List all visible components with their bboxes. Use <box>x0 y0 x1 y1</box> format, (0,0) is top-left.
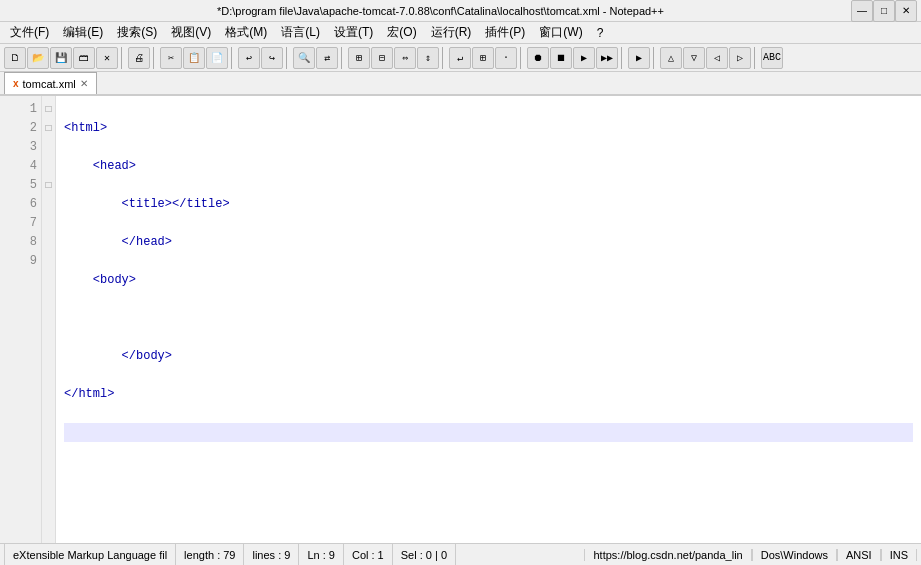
status-charset: ANSI <box>837 549 881 561</box>
right-arrow-button[interactable]: ▷ <box>729 47 751 69</box>
line-num-8: 8 <box>4 233 37 252</box>
sep4 <box>286 47 290 69</box>
status-watermark: https://blog.csdn.net/panda_lin <box>584 549 751 561</box>
find-button[interactable]: 🔍 <box>293 47 315 69</box>
fold-area: □ □ □ <box>42 96 56 543</box>
code-line-6 <box>64 309 913 328</box>
editor-container: 1 2 3 4 5 6 7 8 9 □ □ □ <html> <head> <t… <box>0 96 921 543</box>
sep6 <box>442 47 446 69</box>
print-button[interactable]: 🖨 <box>128 47 150 69</box>
code-line-5: <body> <box>64 271 913 290</box>
fold-8 <box>42 233 55 252</box>
sep2 <box>153 47 157 69</box>
minimize-button[interactable]: — <box>851 0 873 22</box>
line-num-1: 1 <box>4 100 37 119</box>
line-num-3: 3 <box>4 138 37 157</box>
macro-stop-button[interactable]: ⏹ <box>550 47 572 69</box>
close-file-button[interactable]: ✕ <box>96 47 118 69</box>
macro-play-button[interactable]: ▶ <box>573 47 595 69</box>
code-line-1: <html> <box>64 119 913 138</box>
open-button[interactable]: 📂 <box>27 47 49 69</box>
menu-search[interactable]: 搜索(S) <box>111 22 163 43</box>
redo-button[interactable]: ↪ <box>261 47 283 69</box>
copy-button[interactable]: 📋 <box>183 47 205 69</box>
status-length: length : 79 <box>176 544 244 565</box>
fold-7 <box>42 214 55 233</box>
fold-5[interactable]: □ <box>42 176 55 195</box>
macro-rec-button[interactable]: ⏺ <box>527 47 549 69</box>
code-line-7: </body> <box>64 347 913 366</box>
code-line-8: </html> <box>64 385 913 404</box>
fold-1[interactable]: □ <box>42 100 55 119</box>
menu-view[interactable]: 视图(V) <box>165 22 217 43</box>
tab-bar: x tomcat.xml ✕ <box>0 72 921 96</box>
spell-check-button[interactable]: ABC <box>761 47 783 69</box>
run-button[interactable]: ▶ <box>628 47 650 69</box>
left-arrow-button[interactable]: ◁ <box>706 47 728 69</box>
fold-6 <box>42 195 55 214</box>
line-num-9: 9 <box>4 252 37 271</box>
line-num-2: 2 <box>4 119 37 138</box>
new-button[interactable]: 🗋 <box>4 47 26 69</box>
code-line-2: <head> <box>64 157 913 176</box>
title-bar: *D:\program file\Java\apache-tomcat-7.0.… <box>0 0 921 22</box>
menu-format[interactable]: 格式(M) <box>219 22 273 43</box>
sep7 <box>520 47 524 69</box>
word-wrap-button[interactable]: ↵ <box>449 47 471 69</box>
paste-button[interactable]: 📄 <box>206 47 228 69</box>
sep8 <box>621 47 625 69</box>
menu-window[interactable]: 窗口(W) <box>533 22 588 43</box>
status-ln: Ln : 9 <box>299 544 344 565</box>
status-bar: eXtensible Markup Language fil length : … <box>0 543 921 565</box>
menu-plugins[interactable]: 插件(P) <box>479 22 531 43</box>
undo-button[interactable]: ↩ <box>238 47 260 69</box>
menu-language[interactable]: 语言(L) <box>275 22 326 43</box>
save-button[interactable]: 💾 <box>50 47 72 69</box>
fold-4 <box>42 157 55 176</box>
maximize-button[interactable]: □ <box>873 0 895 22</box>
whitespace-button[interactable]: · <box>495 47 517 69</box>
status-sel: Sel : 0 | 0 <box>393 544 456 565</box>
macro-save-button[interactable]: ▶▶ <box>596 47 618 69</box>
close-button[interactable]: ✕ <box>895 0 917 22</box>
sep5 <box>341 47 345 69</box>
menu-edit[interactable]: 编辑(E) <box>57 22 109 43</box>
status-mode: INS <box>881 549 917 561</box>
indent-guide-button[interactable]: ⊞ <box>472 47 494 69</box>
status-filetype: eXtensible Markup Language fil <box>4 544 176 565</box>
toolbar-1: 🗋 📂 💾 🗃 ✕ 🖨 ✂ 📋 📄 ↩ ↪ 🔍 ⇄ ⊞ ⊟ ⇔ ⇕ ↵ ⊞ · … <box>0 44 921 72</box>
fold-2[interactable]: □ <box>42 119 55 138</box>
up-arrow-button[interactable]: △ <box>660 47 682 69</box>
menu-run[interactable]: 运行(R) <box>425 22 478 43</box>
fold-9 <box>42 252 55 271</box>
menu-settings[interactable]: 设置(T) <box>328 22 379 43</box>
status-lines: lines : 9 <box>244 544 299 565</box>
code-line-9 <box>64 423 913 442</box>
sync-h-button[interactable]: ⇔ <box>394 47 416 69</box>
zoom-in-button[interactable]: ⊞ <box>348 47 370 69</box>
code-editor[interactable]: <html> <head> <title></title> </head> <b… <box>56 96 921 543</box>
cut-button[interactable]: ✂ <box>160 47 182 69</box>
line-num-5: 5 <box>4 176 37 195</box>
menu-macro[interactable]: 宏(O) <box>381 22 422 43</box>
sep3 <box>231 47 235 69</box>
code-line-4: </head> <box>64 233 913 252</box>
sep9 <box>653 47 657 69</box>
tab-file-icon: x <box>13 78 19 89</box>
down-arrow-button[interactable]: ▽ <box>683 47 705 69</box>
sep10 <box>754 47 758 69</box>
replace-button[interactable]: ⇄ <box>316 47 338 69</box>
tab-close-button[interactable]: ✕ <box>80 78 88 89</box>
sep1 <box>121 47 125 69</box>
zoom-out-button[interactable]: ⊟ <box>371 47 393 69</box>
tab-tomcat-xml[interactable]: x tomcat.xml ✕ <box>4 72 97 94</box>
menu-help[interactable]: ? <box>591 24 610 42</box>
status-encoding: Dos\Windows <box>752 549 837 561</box>
status-col: Col : 1 <box>344 544 393 565</box>
menu-file[interactable]: 文件(F) <box>4 22 55 43</box>
line-numbers: 1 2 3 4 5 6 7 8 9 <box>0 96 42 543</box>
sync-v-button[interactable]: ⇕ <box>417 47 439 69</box>
save-all-button[interactable]: 🗃 <box>73 47 95 69</box>
window-controls: — □ ✕ <box>851 0 917 22</box>
line-num-6: 6 <box>4 195 37 214</box>
